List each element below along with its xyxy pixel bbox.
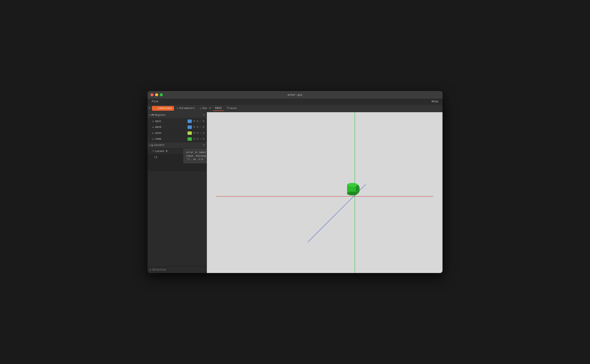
locset0-icons: ◉ ⧉ ⚠ (194, 150, 201, 153)
locset0-copy-icon[interactable]: ⧉ (197, 150, 198, 153)
apic-trash-icon[interactable]: 🗑 (202, 120, 205, 123)
locsets-section: ▼ ◆ Locsets + ▼ Locset 0 ◉ ⧉ ⚠ (148, 142, 207, 171)
selection-psi-icon: ψ (150, 269, 151, 271)
tab-locations-label: Locations (158, 107, 172, 110)
axon-copy-icon[interactable]: ⧉ (197, 132, 198, 134)
axon-expand-arrow[interactable]: ▶ (153, 132, 154, 134)
dend-copy-icon[interactable]: ⧉ (197, 126, 198, 129)
right-tab-bar: ▼ Cell Traces (207, 104, 442, 112)
minimize-button[interactable] (155, 93, 158, 96)
locset0-code-text: (1 (154, 156, 157, 159)
apic-copy-icon[interactable]: ⧉ (197, 120, 198, 123)
left-tab-bar: ▼ 📍 Locations ≡ Parameters ✈ Simulation (148, 104, 207, 112)
title-bar: arbor-gui (148, 91, 442, 99)
simulation-icon: ✈ (200, 107, 201, 110)
regions-add-button[interactable]: + (203, 113, 205, 117)
svg-point-1 (347, 183, 358, 187)
locset-row-0: ▼ Locset 0 ◉ ⧉ ⚠ 🗑 error in label descri… (148, 148, 207, 154)
regions-map-icon: 🗺 (151, 114, 154, 117)
region-row-dend: ▶ dend 👁 ⧉ ✓ 🗑 (148, 124, 207, 130)
dend-icons: 👁 ⧉ ✓ (193, 126, 201, 129)
axon-trash-icon[interactable]: 🗑 (202, 131, 205, 135)
selection-label: Selection (152, 268, 166, 271)
soma-eye-icon[interactable]: 👁 (193, 137, 195, 140)
svg-point-2 (347, 192, 358, 195)
soma-trash-icon[interactable]: 🗑 (202, 137, 205, 141)
locset0-color-swatch[interactable] (188, 150, 193, 153)
parameters-icon: ≡ (177, 107, 178, 110)
left-panel: ▼ 📍 Locations ≡ Parameters ✈ Simulation … (148, 104, 207, 273)
dend-color-swatch[interactable] (188, 125, 192, 129)
tab-cell[interactable]: Cell (213, 106, 224, 111)
axon-check-icon: ✓ (200, 132, 201, 134)
soma-color-swatch[interactable] (188, 137, 192, 141)
locsets-diamond-icon: ◆ (151, 144, 153, 147)
tab-locations[interactable]: 📍 Locations (152, 106, 174, 111)
viewport-background (216, 112, 433, 273)
axon-icons: 👁 ⧉ ✓ (193, 132, 201, 134)
selection-section: ψ Selection (148, 266, 207, 273)
locsets-title: Locsets (154, 144, 203, 147)
apic-expand-arrow[interactable]: ▶ (153, 120, 154, 123)
app-window: arbor-gui File Help ▼ 📍 Locations ≡ Para… (148, 91, 442, 273)
locset0-trash-icon[interactable]: 🗑 (202, 150, 205, 153)
dend-trash-icon[interactable]: 🗑 (202, 125, 205, 129)
right-panel: ▼ Cell Traces (207, 104, 442, 273)
left-content: ▼ 🗺 Regions + ▶ apic 👁 ⧉ ✓ 🗑 (148, 112, 207, 266)
app-body: ▼ 📍 Locations ≡ Parameters ✈ Simulation … (148, 104, 442, 273)
svg-point-3 (356, 185, 360, 193)
region-row-apic: ▶ apic 👁 ⧉ ✓ 🗑 (148, 118, 207, 124)
locset0-warning-icon: ⚠ (200, 150, 201, 153)
dend-check-icon: ✓ (200, 126, 201, 129)
tab-parameters-label: Parameters (180, 107, 195, 110)
dend-expand-arrow[interactable]: ▶ (153, 126, 154, 129)
apic-eye-icon[interactable]: 👁 (193, 120, 195, 123)
apic-check-icon: ✓ (200, 120, 201, 123)
soma-expand-arrow[interactable]: ▶ (153, 138, 154, 140)
locset0-expand-arrow[interactable]: ▼ (153, 150, 154, 152)
soma-name: soma (155, 137, 188, 141)
tab-traces[interactable]: Traces (225, 106, 239, 111)
locset0-eye-icon[interactable]: ◉ (194, 150, 195, 153)
dend-eye-icon[interactable]: 👁 (193, 126, 195, 129)
right-filter-icon: ▼ (209, 107, 211, 110)
soma-check-icon: ✓ (200, 137, 201, 140)
close-button[interactable] (150, 93, 154, 96)
apic-name: apic (155, 120, 188, 123)
3d-viewport[interactable] (207, 112, 442, 273)
regions-arrow[interactable]: ▼ (149, 114, 150, 116)
locset0-name: Locset 0 (155, 150, 188, 153)
maximize-button[interactable] (160, 93, 163, 96)
window-controls (150, 93, 163, 96)
tab-parameters[interactable]: ≡ Parameters (175, 106, 197, 111)
window-title: arbor-gui (288, 93, 302, 97)
soma-copy-icon[interactable]: ⧉ (197, 138, 198, 140)
region-row-soma: ▶ soma 👁 ⧉ ✓ 🗑 (148, 136, 207, 142)
locsets-arrow[interactable]: ▼ (149, 144, 150, 146)
region-row-axon: ▶ axon 👁 ⧉ ✓ 🗑 (148, 130, 207, 136)
apic-color-swatch[interactable] (188, 120, 192, 123)
scene-svg (207, 112, 442, 273)
locset0-code-area[interactable]: (1 (148, 154, 207, 171)
soma-icons: 👁 ⧉ ✓ (193, 137, 201, 140)
regions-title: Regions (155, 114, 203, 117)
file-menu[interactable]: File (150, 99, 160, 104)
axon-eye-icon[interactable]: 👁 (193, 132, 195, 134)
help-menu[interactable]: Help (430, 99, 440, 104)
locations-icon: 📍 (154, 107, 157, 110)
regions-section-header: ▼ 🗺 Regions + (148, 112, 207, 118)
dend-name: dend (155, 126, 188, 129)
locsets-section-header: ▼ ◆ Locsets + (148, 142, 207, 148)
menu-bar: File Help (148, 99, 442, 104)
filter-icon: ▼ (149, 107, 150, 110)
apic-icons: 👁 ⧉ ✓ (193, 120, 201, 123)
axon-color-swatch[interactable] (188, 131, 192, 135)
axon-name: axon (155, 132, 188, 135)
locsets-add-button[interactable]: + (203, 143, 205, 147)
